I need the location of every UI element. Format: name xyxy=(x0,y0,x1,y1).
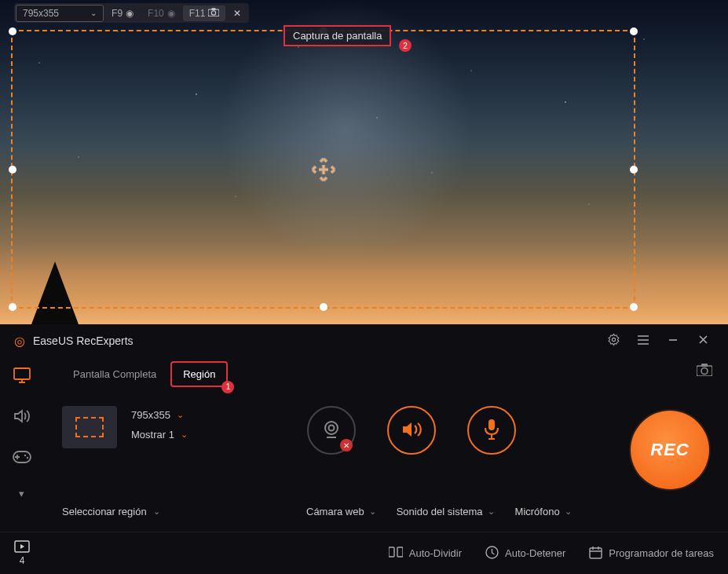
auto-stop-button[interactable]: Auto-Detener xyxy=(485,546,565,561)
app-logo-icon: ◎ xyxy=(14,334,25,349)
chevron-down-icon: ⌄ xyxy=(153,506,160,517)
hotkey-screenshot-label: F11 xyxy=(189,8,206,19)
svg-rect-16 xyxy=(397,547,403,557)
annotation-badge-1: 1 xyxy=(221,381,234,393)
svg-point-9 xyxy=(701,368,708,375)
mode-game-button[interactable] xyxy=(8,444,36,472)
dimensions-dropdown[interactable]: 795x355 ⌄ xyxy=(16,5,104,22)
hamburger-icon xyxy=(637,335,649,348)
svg-rect-18 xyxy=(590,548,602,558)
tab-fullscreen[interactable]: Pantalla Completa xyxy=(62,363,167,386)
scheduler-label: Programador de tareas xyxy=(609,547,714,559)
system-sound-dropdown[interactable]: Sonido del sistema ⌄ xyxy=(397,506,495,517)
camera-icon xyxy=(697,367,712,378)
monitor-icon xyxy=(13,367,31,386)
annotation-badge-2: 2 xyxy=(399,39,412,52)
hotkey-record[interactable]: F9 ◉ xyxy=(105,5,140,21)
svg-point-7 xyxy=(26,456,27,458)
chevron-down-icon: ⌄ xyxy=(488,506,495,517)
speaker-icon xyxy=(401,420,423,441)
menu-button[interactable] xyxy=(632,330,654,352)
webcam-dropdown[interactable]: Cámara web ⌄ xyxy=(306,506,376,517)
recordings-button[interactable]: 4 xyxy=(14,540,30,566)
webcam-label: Cámara web xyxy=(306,506,364,517)
svg-point-11 xyxy=(325,422,338,434)
screenshot-button[interactable] xyxy=(697,364,712,378)
gamepad-icon xyxy=(13,451,31,466)
hotkey-record-label: F9 xyxy=(112,8,123,19)
tab-region[interactable]: Región 1 xyxy=(170,361,228,387)
resize-handle-mr[interactable] xyxy=(630,166,638,174)
video-list-icon xyxy=(14,540,30,555)
record-label: REC xyxy=(650,440,689,460)
webcam-disabled-icon: ✕ xyxy=(340,439,353,452)
app-title: EaseUS RecExperts xyxy=(33,335,134,347)
microphone-label: Micrófono xyxy=(515,506,560,517)
record-button[interactable]: REC xyxy=(631,411,709,489)
close-button[interactable] xyxy=(692,330,714,352)
close-icon xyxy=(698,335,708,347)
minimize-icon xyxy=(668,335,679,348)
svg-rect-4 xyxy=(14,368,30,379)
split-icon xyxy=(389,546,403,561)
display-value: Mostrar 1 xyxy=(131,429,174,441)
resize-handle-br[interactable] xyxy=(630,303,638,311)
svg-rect-15 xyxy=(389,547,394,557)
close-toolbar-button[interactable]: ✕ xyxy=(227,5,247,21)
speaker-icon xyxy=(13,408,31,426)
mode-rail: ▾ xyxy=(0,357,43,532)
chevron-down-icon: ⌄ xyxy=(369,506,376,517)
desktop-preview: 795x355 ⌄ F9 ◉ F10 ◉ F11 ✕ Captura de pa… xyxy=(0,0,728,324)
scheduler-button[interactable]: Programador de tareas xyxy=(589,546,714,561)
recordings-count: 4 xyxy=(20,555,25,566)
mode-screen-button[interactable] xyxy=(8,362,36,390)
region-preview-dashed xyxy=(75,417,104,437)
auto-split-button[interactable]: Auto-Dividir xyxy=(389,546,462,561)
mode-more-button[interactable]: ▾ xyxy=(19,488,24,499)
resize-handle-bl[interactable] xyxy=(9,303,16,311)
camera-icon xyxy=(208,8,219,19)
resize-handle-tl[interactable] xyxy=(9,27,16,35)
select-region-dropdown[interactable]: Seleccionar región ⌄ xyxy=(62,506,160,517)
svg-rect-10 xyxy=(701,364,708,367)
app-window: ◎ EaseUS RecExperts xyxy=(0,324,728,574)
system-sound-toggle[interactable] xyxy=(387,406,436,455)
tooltip-text: Captura de pantalla xyxy=(293,30,382,42)
region-preview-thumb[interactable] xyxy=(62,406,117,448)
chevron-down-icon: ⌄ xyxy=(565,506,572,517)
chevron-down-icon: ⌄ xyxy=(90,9,97,17)
minimize-button[interactable] xyxy=(662,330,684,352)
hotkey-screenshot[interactable]: F11 xyxy=(183,5,226,21)
chevron-down-icon: ▾ xyxy=(19,488,24,499)
hotkey-pause[interactable]: F10 ◉ xyxy=(141,5,181,21)
region-dimensions-value: 795x355 xyxy=(131,409,170,421)
move-handle[interactable] xyxy=(308,154,339,185)
hotkey-pause-label: F10 xyxy=(148,8,164,19)
svg-rect-13 xyxy=(488,419,495,430)
settings-button[interactable] xyxy=(602,330,624,352)
bottom-bar: 4 Auto-Dividir Auto-Detener Programador … xyxy=(0,532,728,574)
svg-point-3 xyxy=(612,338,615,341)
chevron-down-icon: ⌄ xyxy=(177,410,184,420)
microphone-dropdown[interactable]: Micrófono ⌄ xyxy=(515,506,572,517)
record-dot-icon: ◉ xyxy=(126,8,134,19)
microphone-toggle[interactable] xyxy=(467,406,516,455)
clock-icon xyxy=(485,546,499,561)
capture-toolbar: 795x355 ⌄ F9 ◉ F10 ◉ F11 ✕ xyxy=(14,3,249,23)
resize-handle-tr[interactable] xyxy=(630,27,638,35)
resize-handle-bm[interactable] xyxy=(320,303,327,311)
auto-split-label: Auto-Dividir xyxy=(409,547,462,559)
main-panel: Pantalla Completa Región 1 795x355 ⌄ xyxy=(43,357,728,532)
gear-icon xyxy=(607,333,620,349)
titlebar: ◎ EaseUS RecExperts xyxy=(0,324,728,357)
mode-audio-button[interactable] xyxy=(8,403,36,431)
region-dimensions-dropdown[interactable]: 795x355 ⌄ xyxy=(131,409,188,421)
resize-handle-ml[interactable] xyxy=(9,166,16,174)
webcam-toggle[interactable]: ✕ xyxy=(307,406,356,455)
calendar-icon xyxy=(589,546,602,561)
select-region-label: Seleccionar región xyxy=(62,506,147,517)
chevron-down-icon: ⌄ xyxy=(181,430,188,440)
tab-fullscreen-label: Pantalla Completa xyxy=(73,368,156,380)
display-dropdown[interactable]: Mostrar 1 ⌄ xyxy=(131,429,188,441)
capture-region[interactable] xyxy=(11,30,635,309)
